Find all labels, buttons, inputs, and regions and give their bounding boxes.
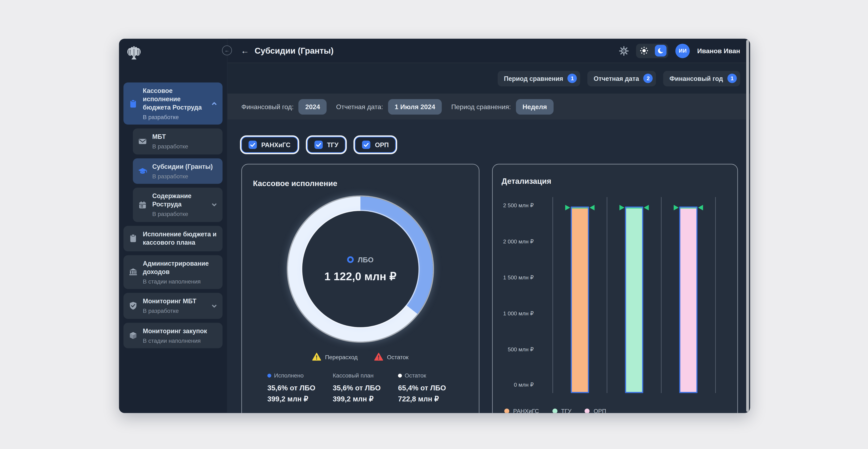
vertical-scrollbar[interactable]: [746, 40, 749, 412]
sidebar-item-mbt-monitoring[interactable]: Мониторинг МБТ В разработке: [123, 293, 223, 319]
blue-dot-icon: [267, 373, 271, 377]
top-bar-right: ИИ Иванов Иван: [619, 43, 740, 58]
legend-item-tgu: ТГУ: [552, 408, 571, 413]
sidebar-item-budget-cash-plan-execution[interactable]: Исполнение бюджета и кассового плана: [123, 226, 223, 251]
warning-triangle-red-icon: [374, 353, 383, 361]
clipboard-icon: [128, 99, 138, 108]
bar-orp: [679, 206, 698, 393]
org-label: ОРП: [375, 141, 389, 148]
sidebar-item-procurement-monitoring[interactable]: Мониторинг закупок В стадии наполнения: [123, 323, 223, 349]
plot-area: [501, 206, 726, 393]
legend-label: Перерасход: [325, 353, 358, 360]
legend-item-ranhigs: РАНХиГС: [504, 408, 539, 413]
page: Кассовое исполнение бюджета Роструда В р…: [0, 0, 868, 449]
bank-icon: [128, 267, 138, 277]
sidebar-item-rostrud-maintenance[interactable]: Содержание Роструда В разработке: [133, 188, 222, 222]
filter-chip-comparison-period[interactable]: Период сравнения 1: [498, 71, 580, 86]
coat-of-arms-logo: [127, 45, 141, 60]
report-date-label: Отчетная дата:: [336, 103, 383, 110]
graduation-cap-icon: [138, 167, 147, 176]
chevron-up-icon: [211, 100, 218, 107]
back-arrow-icon[interactable]: ←: [241, 46, 249, 55]
sidebar-item-label: Кассовое исполнение бюджета Роструда: [143, 87, 206, 112]
marker-right-icon: [698, 205, 703, 210]
stat-percent: 35,6% от ЛБО: [267, 384, 333, 392]
white-dot-icon: [398, 373, 402, 377]
page-title: Субсидии (Гранты): [255, 46, 334, 55]
top-bar: ← Субсидии (Гранты): [227, 39, 750, 63]
orange-dot-icon: [504, 408, 509, 413]
gear-icon[interactable]: [619, 46, 629, 56]
chip-count-badge: 1: [568, 73, 577, 83]
cube-icon: [128, 331, 138, 340]
sidebar-item-revenue-administration[interactable]: Администрирование доходов В стадии напол…: [123, 255, 223, 289]
cash-execution-card: Кассовое исполнение ЛБО 1 122,0 млн ₽: [241, 164, 479, 413]
lbo-label: ЛБО: [358, 256, 373, 264]
detail-card: Детализация 2 500 млн ₽ 2 000 млн ₽ 1 50…: [492, 164, 738, 413]
stat-percent: 35,6% от ЛБО: [333, 384, 398, 392]
stat-remainder: Остаток 65,4% от ЛБО 722,8 млн ₽: [398, 372, 463, 403]
sidebar-item-status: В разработке: [143, 113, 206, 120]
warning-triangle-yellow-icon: [312, 353, 321, 361]
calendar-icon: [138, 200, 147, 210]
avatar[interactable]: ИИ: [676, 43, 690, 58]
chip-label: Период сравнения: [504, 75, 563, 82]
sun-icon[interactable]: [640, 47, 649, 55]
filter-chip-fiscal-year[interactable]: Финансовый год 1: [663, 71, 740, 86]
clipboard-icon: [128, 234, 138, 243]
checkbox-checked-icon: [249, 141, 257, 149]
legend-label: ОРП: [594, 408, 606, 413]
org-label: ТГУ: [327, 141, 338, 148]
user-name[interactable]: Иванов Иван: [697, 47, 740, 55]
filter-chip-report-date[interactable]: Отчетная дата 2: [588, 71, 656, 86]
comparison-period-select[interactable]: Неделя: [516, 99, 554, 114]
main-area: ← Субсидии (Гранты): [227, 39, 750, 413]
sidebar-item-label: Содержание Роструда: [152, 192, 206, 209]
sidebar-item-label: Мониторинг МБТ: [143, 297, 206, 306]
legend-item-orp: ОРП: [585, 408, 606, 413]
org-filter-row: РАНХиГС ТГУ ОРП: [241, 137, 750, 153]
fiscal-year-select[interactable]: 2024: [299, 99, 327, 114]
legend-label: Остаток: [387, 353, 408, 360]
chevron-down-icon: [211, 202, 218, 208]
legend-item-overspend: Перерасход: [312, 353, 358, 361]
cards-row: Кассовое исполнение ЛБО 1 122,0 млн ₽: [241, 164, 750, 413]
sidebar-collapse-button[interactable]: ←: [222, 45, 232, 55]
content: РАНХиГС ТГУ ОРП: [227, 120, 750, 413]
bar-tgu: [625, 206, 643, 393]
sidebar-item-mbt[interactable]: МБТ В разработке: [133, 129, 222, 154]
chip-count-badge: 1: [727, 73, 737, 83]
stat-label: Остаток: [405, 372, 426, 379]
bar-ranhigs: [571, 206, 589, 393]
card-title: Детализация: [501, 177, 726, 186]
chevron-down-icon: [211, 303, 218, 309]
sidebar-item-status: В разработке: [143, 307, 206, 315]
org-checkbox-ranhigs[interactable]: РАНХиГС: [241, 137, 298, 153]
donut-chart: ЛБО 1 122,0 млн ₽: [288, 197, 433, 341]
org-checkbox-tgu[interactable]: ТГУ: [307, 137, 346, 153]
sidebar-item-cash-execution-budget[interactable]: Кассовое исполнение бюджета Роструда В р…: [123, 83, 223, 125]
theme-toggle[interactable]: [636, 43, 668, 58]
chip-label: Финансовый год: [670, 75, 723, 82]
active-filter-chips: Период сравнения 1 Отчетная дата 2 Финан…: [227, 63, 750, 94]
moon-icon[interactable]: [655, 45, 667, 57]
sidebar-item-status: В разработке: [152, 173, 217, 180]
lbo-ring-icon: [347, 256, 354, 263]
sidebar-item-label: Администрирование доходов: [143, 260, 218, 276]
sidebar-item-subsidies-grants[interactable]: Субсидии (Гранты) В разработке: [133, 158, 222, 184]
card-title: Кассовое исполнение: [253, 179, 468, 188]
donut-center: ЛБО 1 122,0 млн ₽: [288, 197, 433, 341]
sidebar: Кассовое исполнение бюджета Роструда В р…: [119, 39, 227, 413]
org-checkbox-orp[interactable]: ОРП: [355, 137, 396, 153]
stat-value: 722,8 млн ₽: [398, 395, 463, 403]
stat-value: 399,2 млн ₽: [267, 395, 333, 403]
report-date-select[interactable]: 1 Июля 2024: [388, 99, 442, 114]
lbo-value: 1 122,0 млн ₽: [324, 269, 396, 283]
stat-percent: 65,4% от ЛБО: [398, 384, 463, 392]
chip-count-badge: 2: [644, 73, 653, 83]
filter-bar: Финансовый год: 2024 Отчетная дата: 1 Ию…: [227, 94, 750, 120]
sidebar-item-status: В разработке: [152, 211, 206, 218]
sidebar-item-status: В стадии наполнения: [143, 337, 218, 344]
sidebar-item-label: Исполнение бюджета и кассового плана: [143, 230, 218, 247]
legend-item-remainder: Остаток: [374, 353, 408, 361]
